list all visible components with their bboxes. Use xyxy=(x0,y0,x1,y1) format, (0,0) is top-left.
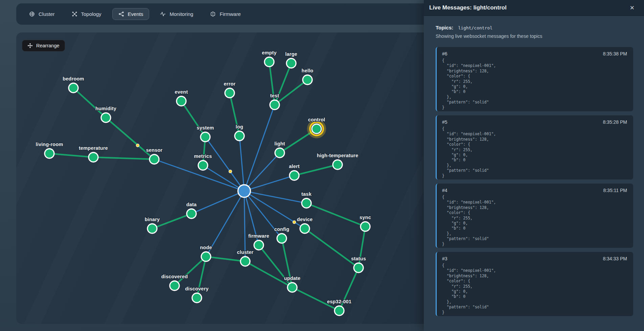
packet-dot xyxy=(229,170,232,173)
node-label-config: config xyxy=(274,227,290,232)
graph-edge-green xyxy=(359,227,365,268)
graph-node-living-room[interactable] xyxy=(45,149,54,158)
graph-node-high-temperature[interactable] xyxy=(333,160,342,169)
graph-node-humidity[interactable] xyxy=(101,113,111,122)
graph-node-data[interactable] xyxy=(187,209,196,218)
share-icon xyxy=(118,11,124,17)
graph-edge-green xyxy=(181,101,205,137)
graph-node-control[interactable] xyxy=(312,124,321,134)
node-label-error: error xyxy=(224,81,236,87)
message-id: #3 xyxy=(442,256,447,261)
node-label-living-room: living-room xyxy=(36,142,63,147)
graph-node-node[interactable] xyxy=(201,252,211,261)
tab-cluster[interactable]: Cluster xyxy=(23,8,61,20)
graph-node-bedroom[interactable] xyxy=(69,83,78,93)
node-label-status: status xyxy=(351,256,366,261)
graph-node-sync[interactable] xyxy=(361,222,370,231)
node-label-node: node xyxy=(200,245,212,250)
graph-node-large[interactable] xyxy=(286,58,296,68)
graph-node-binary[interactable] xyxy=(147,224,157,233)
tab-topology[interactable]: Topology xyxy=(66,8,108,20)
graph-node-hello[interactable] xyxy=(303,75,312,85)
node-label-event: event xyxy=(175,89,188,95)
message-id: #6 xyxy=(442,51,447,56)
graph-node-config[interactable] xyxy=(277,234,286,243)
panel-header: Live Messages: light/control ✕ xyxy=(424,0,644,16)
rearrange-button[interactable]: Rearrange xyxy=(22,40,65,51)
message-payload: { "id": "neopixel-001", "brightness": 12… xyxy=(437,262,633,316)
topics-label: Topics: xyxy=(436,25,453,30)
node-label-alert: alert xyxy=(289,164,300,169)
panel-body: Topics: light/control Showing live webso… xyxy=(424,16,644,320)
hexagon-alert-icon xyxy=(210,11,216,17)
graph-node-alert[interactable] xyxy=(290,171,299,180)
close-icon[interactable]: ✕ xyxy=(628,4,636,12)
graph-edge-green xyxy=(306,203,365,227)
graph-node-device[interactable] xyxy=(300,224,309,233)
graph-node-firmware[interactable] xyxy=(254,240,263,250)
activity-icon xyxy=(160,11,166,17)
node-label-bedroom: bedroom xyxy=(63,76,84,81)
live-messages-panel: Live Messages: light/control ✕ Topics: l… xyxy=(424,0,644,331)
message-payload: { "id": "neopixel-001", "brightness": 12… xyxy=(437,57,633,111)
node-label-system: system xyxy=(197,125,214,131)
node-label-log: log xyxy=(236,124,243,129)
graph-node-task[interactable] xyxy=(302,198,311,208)
message-timestamp: 8:35:38 PM xyxy=(603,51,627,56)
rearrange-label: Rearrange xyxy=(36,43,60,48)
graph-node-hub[interactable] xyxy=(238,185,251,197)
node-label-humidity: humidity xyxy=(95,106,116,111)
graph-node-error[interactable] xyxy=(225,88,234,98)
node-label-sensor: sensor xyxy=(146,147,163,153)
panel-subtitle: Showing live websocket messages for thes… xyxy=(436,33,633,39)
tab-label: Topology xyxy=(81,11,101,17)
topology-icon xyxy=(72,11,77,17)
node-label-high-temperature: high-temperature xyxy=(317,153,358,158)
tab-firmware[interactable]: Firmware xyxy=(204,8,247,20)
graph-node-sensor[interactable] xyxy=(150,155,159,164)
tab-events[interactable]: Events xyxy=(112,8,150,20)
message-timestamp: 8:35:28 PM xyxy=(603,119,627,125)
graph-edge-blue xyxy=(205,137,244,191)
graph-edge-green xyxy=(106,118,154,159)
topics-line: Topics: light/control xyxy=(436,25,633,30)
graph-node-status[interactable] xyxy=(354,263,363,273)
tab-monitoring[interactable]: Monitoring xyxy=(154,8,199,20)
node-label-hello: hello xyxy=(302,68,314,73)
graph-node-log[interactable] xyxy=(235,131,244,141)
node-label-data: data xyxy=(186,202,197,207)
message-payload: { "id": "neopixel-001", "brightness": 12… xyxy=(437,125,633,180)
globe-icon xyxy=(29,11,35,17)
graph-node-update[interactable] xyxy=(288,283,297,292)
packet-dot xyxy=(293,221,296,224)
graph-node-cluster[interactable] xyxy=(240,257,250,266)
message-card: #5 8:35:28 PM { "id": "neopixel-001", "b… xyxy=(436,115,633,180)
graph-node-temperature[interactable] xyxy=(89,152,98,162)
node-label-light: light xyxy=(274,141,285,146)
node-label-binary: binary xyxy=(145,217,160,222)
node-label-sync: sync xyxy=(360,215,371,220)
node-label-esp32-001: esp32-001 xyxy=(327,299,351,304)
node-label-large: large xyxy=(285,51,297,57)
graph-node-system[interactable] xyxy=(201,132,210,142)
message-card: #3 8:34:33 PM { "id": "neopixel-001", "b… xyxy=(436,252,633,316)
tab-label: Events xyxy=(128,11,143,17)
node-label-discovery: discovery xyxy=(185,286,209,291)
graph-node-empty[interactable] xyxy=(264,57,274,67)
graph-node-light[interactable] xyxy=(275,148,284,158)
message-card: #6 8:35:38 PM { "id": "neopixel-001", "b… xyxy=(436,47,633,111)
graph-edge-blue xyxy=(191,191,244,214)
tab-label: Cluster xyxy=(39,11,55,17)
message-timestamp: 8:35:11 PM xyxy=(603,188,627,193)
graph-node-esp32-001[interactable] xyxy=(335,306,344,315)
topics-value: light/control xyxy=(458,25,492,30)
packet-dot xyxy=(136,144,139,147)
graph-node-discovery[interactable] xyxy=(192,293,202,303)
graph-node-discovered[interactable] xyxy=(170,281,179,290)
graph-node-test[interactable] xyxy=(270,100,279,110)
node-label-task: task xyxy=(301,191,312,197)
message-list: #6 8:35:38 PM { "id": "neopixel-001", "b… xyxy=(436,47,633,316)
graph-node-metrics[interactable] xyxy=(198,161,208,170)
message-id: #4 xyxy=(442,188,447,193)
graph-node-event[interactable] xyxy=(177,96,186,106)
